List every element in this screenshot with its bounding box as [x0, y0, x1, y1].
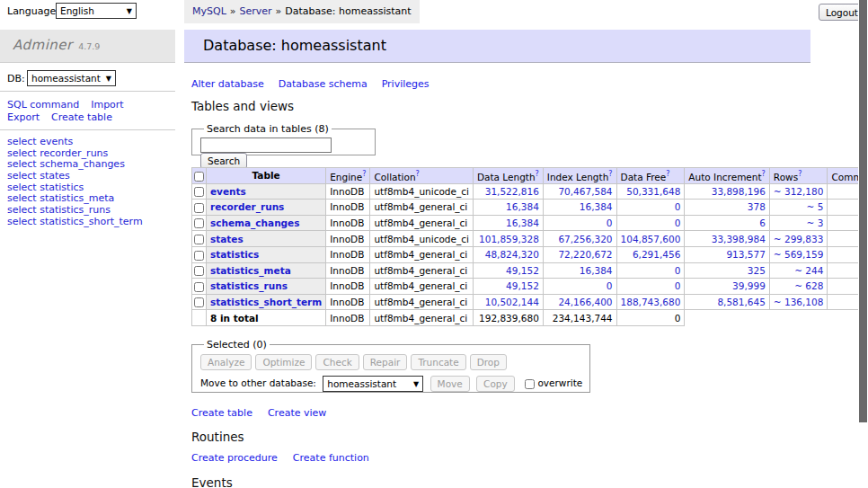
rows-count-link[interactable]: ~ 569,159: [774, 249, 824, 260]
drop-button[interactable]: Drop: [470, 354, 507, 370]
rows-cell: ~ 5: [769, 200, 828, 216]
routine-link[interactable]: Create procedure: [191, 452, 278, 464]
repair-button[interactable]: Repair: [363, 354, 408, 370]
overwrite-checkbox[interactable]: [525, 379, 535, 389]
sidebar-select-link[interactable]: select statistics_runs: [7, 205, 143, 217]
truncate-button[interactable]: Truncate: [411, 354, 465, 370]
sidebar-action-link[interactable]: Import: [91, 99, 124, 111]
sidebar-select-link[interactable]: select events: [7, 137, 143, 148]
analyze-button[interactable]: Analyze: [200, 354, 252, 370]
breadcrumb-link[interactable]: MySQL: [192, 5, 226, 17]
table-name-cell: states: [207, 231, 326, 247]
column-header: Data Length?: [473, 168, 543, 184]
search-legend: Search data in tables (8): [204, 123, 332, 135]
rows-count-link[interactable]: ~ 3: [807, 217, 824, 228]
sidebar-divider: [0, 91, 175, 92]
database-action-link[interactable]: Alter database: [191, 78, 264, 90]
rows-cell: ~ 244: [769, 262, 828, 279]
row-checkbox[interactable]: [194, 218, 204, 228]
database-action-links: Alter databaseDatabase schemaPrivileges: [191, 78, 444, 90]
sidebar-select-link[interactable]: select statistics_short_term: [7, 217, 143, 228]
move-database-select[interactable]: homeassistant ▼: [323, 376, 423, 392]
sidebar-action-link[interactable]: Export: [7, 111, 40, 124]
row-checkbox[interactable]: [194, 282, 204, 292]
sidebar-select-link[interactable]: select states: [7, 171, 143, 182]
total-index-length-cell: 234,143,744: [543, 310, 616, 326]
copy-button[interactable]: Copy: [476, 376, 515, 392]
rows-cell: ~ 3: [769, 215, 828, 231]
table-row: recorder_runsInnoDButf8mb4_general_ci16,…: [192, 200, 868, 216]
move-label: Move to other database:: [200, 377, 316, 388]
selected-fieldset: Selected (0) AnalyzeOptimizeCheckRepairT…: [191, 339, 590, 393]
column-header: Table: [207, 168, 326, 184]
column-help-link[interactable]: ?: [416, 170, 420, 178]
routine-links: Create procedureCreate function: [191, 452, 385, 464]
column-help-link[interactable]: ?: [362, 170, 366, 178]
database-action-link[interactable]: Privileges: [382, 78, 430, 90]
sidebar-action-link[interactable]: SQL command: [7, 99, 79, 111]
selected-legend: Selected (0): [204, 339, 270, 350]
app-logo[interactable]: Adminer: [13, 37, 73, 53]
row-checkbox[interactable]: [194, 235, 204, 244]
page-title: Database: homeassistant: [184, 30, 810, 63]
breadcrumb-separator: »: [276, 5, 282, 17]
scrollbar-thumb[interactable]: [859, 0, 867, 422]
db-select-value: homeassistant: [31, 73, 101, 84]
routine-link[interactable]: Create function: [293, 452, 369, 464]
move-button[interactable]: Move: [430, 376, 470, 392]
table-name-link[interactable]: schema_changes: [210, 217, 300, 228]
data-free-cell: 188,743,680: [616, 294, 685, 310]
data-length-cell: 48,824,320: [473, 246, 543, 262]
column-header: Collation?: [370, 168, 473, 184]
create-link[interactable]: Create table: [191, 407, 252, 419]
column-help-link[interactable]: ?: [762, 170, 766, 178]
column-header: Engine?: [326, 168, 370, 184]
table-name-link[interactable]: statistics_meta: [210, 265, 291, 276]
row-checkbox[interactable]: [194, 203, 204, 213]
row-checkbox[interactable]: [194, 187, 204, 197]
engine-cell: InnoDB: [326, 215, 370, 231]
create-link[interactable]: Create view: [268, 407, 326, 419]
row-checkbox[interactable]: [194, 251, 204, 261]
search-input[interactable]: [200, 138, 332, 153]
table-name-link[interactable]: events: [210, 186, 246, 197]
rows-count-link[interactable]: ~ 244: [794, 265, 823, 276]
total-data-length-cell: 192,839,680: [473, 310, 543, 326]
sidebar-action-links: SQL commandImportExportCreate table: [7, 99, 169, 123]
row-checkbox-cell: [192, 262, 207, 279]
column-help-link[interactable]: ?: [666, 170, 669, 178]
rows-count-link[interactable]: ~ 299,833: [774, 234, 824, 244]
scrollbar-track[interactable]: [858, 0, 868, 488]
sidebar-action-link[interactable]: Create table: [51, 111, 112, 124]
rows-cell: ~ 569,159: [769, 246, 828, 262]
data-free-cell: 6,291,456: [616, 246, 685, 262]
optimize-button[interactable]: Optimize: [255, 354, 312, 370]
check-button[interactable]: Check: [315, 354, 359, 370]
sidebar: Adminer 4.7.9 DB: homeassistant ▼ SQL co…: [0, 0, 175, 488]
column-help-link[interactable]: ?: [608, 170, 612, 178]
row-checkbox[interactable]: [194, 266, 204, 276]
auto-increment-cell: 8,581,645: [685, 294, 770, 310]
column-help-link[interactable]: ?: [536, 170, 539, 178]
table-name-link[interactable]: states: [210, 234, 244, 244]
rows-count-link[interactable]: ~ 312,180: [774, 186, 824, 197]
table-name-link[interactable]: statistics_runs: [210, 280, 288, 291]
table-name-cell: statistics_runs: [207, 279, 326, 295]
table-total-row: 8 in totalInnoDButf8mb4_general_ci192,83…: [192, 310, 868, 326]
table-row: statistics_short_termInnoDButf8mb4_gener…: [192, 294, 868, 310]
table-name-link[interactable]: recorder_runs: [210, 201, 284, 212]
table-row: eventsInnoDButf8mb4_unicode_ci31,522,816…: [192, 183, 868, 200]
select-all-checkbox[interactable]: [194, 172, 204, 182]
table-name-link[interactable]: statistics_short_term: [210, 297, 322, 307]
db-select[interactable]: homeassistant ▼: [27, 70, 116, 86]
row-checkbox[interactable]: [194, 297, 204, 307]
index-length-cell: 67,256,320: [543, 231, 616, 247]
rows-count-link[interactable]: ~ 5: [807, 201, 824, 212]
rows-count-link[interactable]: ~ 628: [794, 280, 823, 291]
rows-count-link[interactable]: ~ 136,108: [774, 297, 824, 307]
index-length-cell: 0: [543, 279, 616, 295]
table-name-link[interactable]: statistics: [210, 249, 259, 260]
column-help-link[interactable]: ?: [798, 170, 802, 178]
database-action-link[interactable]: Database schema: [279, 78, 368, 90]
breadcrumb-link[interactable]: Server: [240, 5, 272, 17]
